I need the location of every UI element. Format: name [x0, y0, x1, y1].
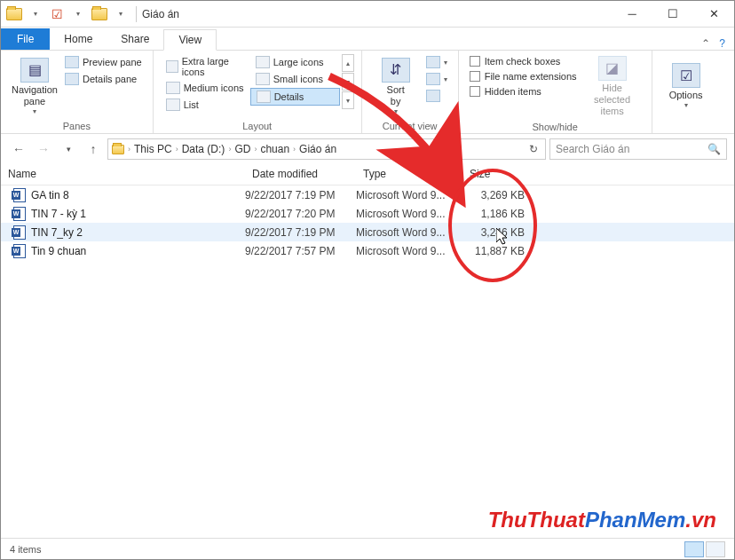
- window-title: Giáo án: [142, 8, 179, 20]
- layout-scroll-down[interactable]: ▾: [342, 73, 354, 91]
- preview-pane-button[interactable]: Preview pane: [61, 54, 146, 70]
- layout-expand[interactable]: ▾: [342, 91, 354, 109]
- column-date[interactable]: Date modified: [245, 164, 356, 185]
- column-size[interactable]: Size: [462, 164, 533, 185]
- ribbon-tabs: File Home Share View ⌃ ?: [1, 28, 734, 51]
- navigation-pane-icon: ▤: [20, 58, 49, 83]
- help-icon[interactable]: ?: [719, 37, 725, 50]
- search-input[interactable]: Search Giáo án 🔍: [549, 138, 727, 160]
- options-button[interactable]: ☑ Options ▾: [660, 54, 713, 119]
- large-icons-button[interactable]: Large icons: [250, 54, 340, 70]
- qat-dropdown[interactable]: ▾: [26, 4, 45, 24]
- column-headers: Name Date modified Type Size: [1, 164, 734, 185]
- file-row[interactable]: GA tin 8 9/22/2017 7:19 PM Microsoft Wor…: [1, 185, 734, 204]
- share-tab[interactable]: Share: [107, 28, 163, 50]
- breadcrumb-dropdown[interactable]: v: [425, 145, 437, 154]
- details-view-toggle[interactable]: [684, 541, 704, 557]
- word-icon: [13, 207, 26, 221]
- preview-pane-icon: [65, 56, 79, 68]
- view-tab[interactable]: View: [163, 29, 217, 51]
- recent-locations[interactable]: ▾: [58, 138, 79, 160]
- forward-button[interactable]: →: [33, 138, 54, 160]
- watermark: ThuThuatPhanMem.vn: [488, 508, 716, 532]
- options-group: ☑ Options ▾: [652, 51, 720, 133]
- hide-icon: ◪: [598, 56, 627, 81]
- location-icon: [112, 145, 124, 154]
- list-button[interactable]: List: [161, 97, 250, 113]
- qat-overflow[interactable]: ▾: [111, 4, 130, 24]
- medium-icons-button[interactable]: Medium icons: [161, 80, 250, 96]
- close-button[interactable]: ✕: [693, 1, 734, 28]
- new-folder-icon[interactable]: [90, 4, 109, 24]
- ribbon: ▤ Navigation pane ▾ Preview pane Details…: [1, 51, 734, 134]
- title-bar: ▾ ☑ ▾ ▾ Giáo án ─ ☐ ✕: [1, 1, 734, 28]
- layout-group: Extra large icons Medium icons List Larg…: [154, 51, 362, 133]
- search-icon: 🔍: [707, 143, 721, 155]
- minimize-button[interactable]: ─: [612, 1, 652, 28]
- breadcrumb-item[interactable]: Data (D:)›: [182, 143, 232, 155]
- show-hide-group: Item check boxes File name extensions Hi…: [459, 51, 652, 133]
- breadcrumb-item[interactable]: chuan›: [260, 143, 296, 155]
- hidden-items[interactable]: Hidden items: [466, 84, 581, 99]
- breadcrumb-item[interactable]: GD›: [234, 143, 257, 155]
- word-icon: [13, 188, 26, 202]
- navigation-pane-button[interactable]: ▤ Navigation pane ▾: [8, 54, 61, 119]
- qat-dropdown-2[interactable]: ▾: [68, 4, 88, 24]
- sort-by-button[interactable]: ⇵ Sort by ▾: [369, 54, 423, 119]
- item-check-boxes[interactable]: Item check boxes: [466, 54, 581, 68]
- current-view-group: ⇵ Sort by ▾ ▾ ▾ Current view: [362, 51, 459, 133]
- small-icons-button[interactable]: Small icons: [250, 71, 340, 87]
- column-type[interactable]: Type: [356, 164, 462, 185]
- extra-large-icons-button[interactable]: Extra large icons: [161, 54, 250, 79]
- column-name[interactable]: Name: [1, 164, 245, 185]
- word-icon: [13, 225, 26, 240]
- group-by-button[interactable]: ▾: [423, 54, 451, 70]
- file-name-extensions[interactable]: File name extensions: [466, 69, 581, 83]
- back-button[interactable]: ←: [8, 138, 29, 160]
- add-columns-button[interactable]: ▾: [423, 71, 451, 87]
- breadcrumb-item[interactable]: Giáo án: [299, 143, 336, 155]
- file-list: GA tin 8 9/22/2017 7:19 PM Microsoft Wor…: [1, 185, 734, 260]
- size-columns-button[interactable]: [423, 88, 451, 104]
- file-row[interactable]: Tin 9 chuan 9/22/2017 7:57 PM Microsoft …: [1, 241, 734, 260]
- up-button[interactable]: ↑: [83, 138, 104, 160]
- breadcrumb-item[interactable]: This PC›: [134, 143, 178, 155]
- quick-access-toolbar: ▾ ☑ ▾ ▾: [1, 4, 130, 24]
- hide-selected-button[interactable]: ◪ Hide selected items: [581, 54, 644, 120]
- breadcrumb[interactable]: › This PC› Data (D:)› GD› chuan› Giáo án…: [107, 138, 546, 160]
- file-row[interactable]: TIN 7_ky 2 9/22/2017 7:19 PM Microsoft W…: [1, 223, 734, 241]
- layout-scroll-up[interactable]: ▴: [342, 54, 354, 72]
- maximize-button[interactable]: ☐: [652, 1, 693, 28]
- refresh-button[interactable]: ↻: [526, 143, 541, 155]
- item-count: 4 items: [10, 544, 41, 555]
- properties-icon[interactable]: ☑: [47, 4, 67, 24]
- folder-icon[interactable]: [4, 4, 24, 24]
- details-pane-icon: [65, 73, 79, 85]
- large-icons-view-toggle[interactable]: [706, 541, 725, 557]
- address-bar: ← → ▾ ↑ › This PC› Data (D:)› GD› chuan›…: [1, 134, 734, 164]
- file-tab[interactable]: File: [1, 28, 50, 50]
- panes-group: ▤ Navigation pane ▾ Preview pane Details…: [1, 51, 154, 133]
- details-pane-button[interactable]: Details pane: [61, 71, 146, 87]
- sort-icon: ⇵: [382, 58, 410, 83]
- word-icon: [13, 244, 26, 258]
- status-bar: 4 items: [1, 538, 734, 559]
- details-button[interactable]: Details: [250, 88, 340, 106]
- minimize-ribbon-icon[interactable]: ⌃: [701, 37, 710, 50]
- options-icon: ☑: [672, 63, 700, 88]
- file-row[interactable]: TIN 7 - kỳ 1 9/22/2017 7:20 PM Microsoft…: [1, 204, 734, 223]
- home-tab[interactable]: Home: [50, 28, 107, 50]
